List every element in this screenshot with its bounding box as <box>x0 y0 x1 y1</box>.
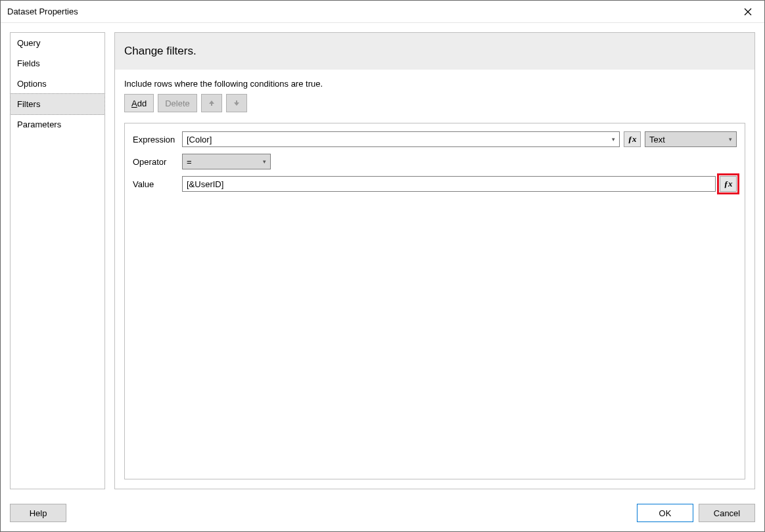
fx-icon: ƒx <box>724 179 733 189</box>
sidebar-item-query[interactable]: Query <box>11 33 104 53</box>
close-button[interactable] <box>735 2 761 22</box>
operator-row: Operator = ▾ <box>133 154 737 169</box>
titlebar: Dataset Properties <box>1 1 764 23</box>
move-up-button[interactable] <box>201 94 222 112</box>
expression-dropdown[interactable]: [Color] ▾ <box>182 131 620 147</box>
chevron-down-icon: ▾ <box>729 136 732 143</box>
footer-right: OK Cancel <box>637 504 755 522</box>
main-content: Include rows where the following conditi… <box>115 70 754 489</box>
page-heading: Change filters. <box>115 33 754 70</box>
delete-button[interactable]: Delete <box>158 94 197 112</box>
operator-controls: = ▾ <box>182 154 737 169</box>
toolbar: Add Delete <box>124 94 745 112</box>
sidebar-item-fields[interactable]: Fields <box>11 53 104 74</box>
arrow-up-icon <box>208 100 215 106</box>
sidebar-item-parameters[interactable]: Parameters <box>11 114 104 135</box>
value-text: [&UserID] <box>187 179 223 189</box>
expression-fx-button[interactable]: ƒx <box>624 131 641 147</box>
footer: Help OK Cancel <box>1 499 764 531</box>
chevron-down-icon: ▾ <box>612 136 615 143</box>
operator-value: = <box>187 157 192 167</box>
sidebar-item-filters[interactable]: Filters <box>10 93 105 115</box>
value-label: Value <box>133 179 182 189</box>
sidebar-item-options[interactable]: Options <box>11 74 104 94</box>
fx-icon: ƒx <box>628 134 637 144</box>
help-button[interactable]: Help <box>10 504 66 522</box>
add-button[interactable]: Add <box>124 94 154 112</box>
expression-row: Expression [Color] ▾ ƒx Text ▾ <box>133 131 737 147</box>
expression-value: [Color] <box>187 135 212 144</box>
dialog-window: Dataset Properties Query Fields Options … <box>0 0 765 532</box>
footer-left: Help <box>10 504 66 522</box>
cancel-button[interactable]: Cancel <box>699 504 755 522</box>
ok-button[interactable]: OK <box>637 504 693 522</box>
operator-label: Operator <box>133 157 182 167</box>
expression-label: Expression <box>133 135 182 144</box>
move-down-button[interactable] <box>226 94 247 112</box>
operator-dropdown[interactable]: = ▾ <box>182 154 271 169</box>
arrow-down-icon <box>233 100 240 106</box>
close-icon <box>744 8 752 16</box>
description-text: Include rows where the following conditi… <box>124 79 745 89</box>
main-panel: Change filters. Include rows where the f… <box>114 32 755 489</box>
window-title: Dataset Properties <box>7 7 78 16</box>
type-value: Text <box>649 135 665 144</box>
chevron-down-icon: ▾ <box>263 158 266 165</box>
value-row: Value [&UserID] ƒx <box>133 176 737 192</box>
value-fx-button[interactable]: ƒx <box>720 176 737 192</box>
type-dropdown[interactable]: Text ▾ <box>645 131 737 147</box>
sidebar: Query Fields Options Filters Parameters <box>10 32 105 489</box>
filter-panel: Expression [Color] ▾ ƒx Text ▾ <box>124 123 745 479</box>
value-controls: [&UserID] ƒx <box>182 176 737 192</box>
dialog-body: Query Fields Options Filters Parameters … <box>1 23 764 499</box>
expression-controls: [Color] ▾ ƒx Text ▾ <box>182 131 737 147</box>
value-input[interactable]: [&UserID] <box>182 176 716 192</box>
add-button-label: Add <box>131 99 147 108</box>
